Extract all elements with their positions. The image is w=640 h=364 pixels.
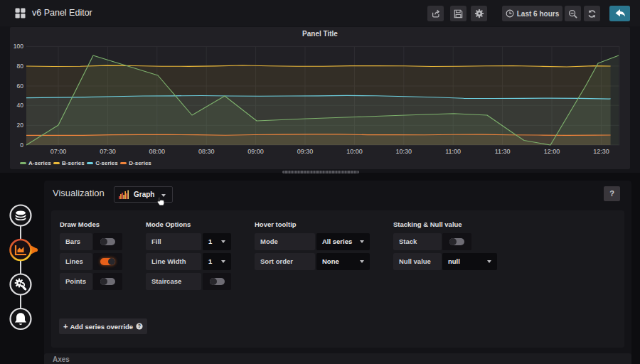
svg-text:60: 60 [17,82,24,90]
svg-text:40: 40 [17,102,24,109]
svg-text:09:30: 09:30 [297,148,314,155]
svg-text:11:00: 11:00 [445,148,461,155]
svg-text:?: ? [138,323,141,329]
svg-text:12:30: 12:30 [593,148,609,155]
svg-text:100: 100 [14,43,23,50]
svg-text:11:30: 11:30 [495,148,511,155]
svg-text:80: 80 [17,63,24,70]
svg-text:10:00: 10:00 [346,148,363,155]
svg-text:10:30: 10:30 [396,148,412,155]
svg-text:12:00: 12:00 [544,148,560,155]
svg-text:08:00: 08:00 [149,148,166,155]
svg-text:20: 20 [17,122,24,129]
svg-text:08:30: 08:30 [198,148,215,155]
svg-text:09:00: 09:00 [247,148,264,155]
svg-text:07:30: 07:30 [100,148,116,155]
svg-text:07:00: 07:00 [50,148,67,155]
svg-text:0: 0 [20,141,23,149]
